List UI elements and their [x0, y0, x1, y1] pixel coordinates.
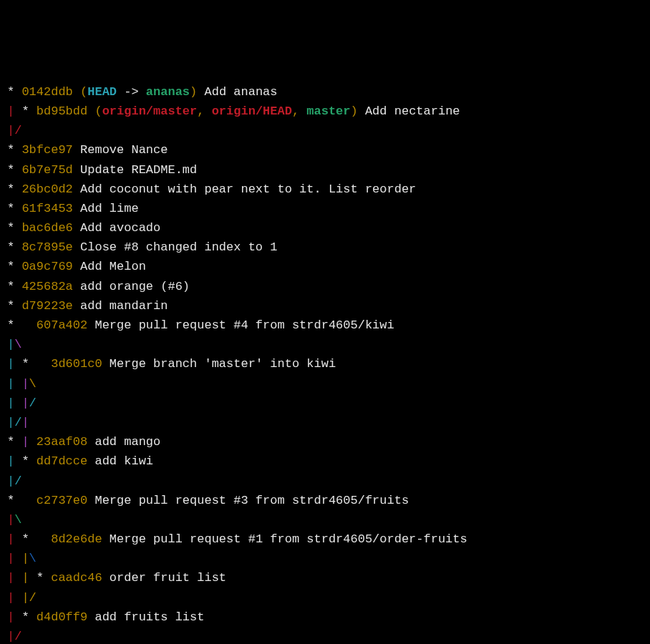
graph-edge: | — [7, 532, 21, 546]
commit-line: | * bd95bdd (origin/master, origin/HEAD,… — [7, 102, 643, 121]
graph-node: * — [21, 610, 36, 624]
graph-node: * — [7, 260, 21, 273]
commit-line: * | 23aaf08 add mango — [7, 432, 643, 452]
graph-node: * — [7, 318, 37, 332]
graph-edge: | — [7, 571, 21, 585]
graph-line: | |/ — [7, 588, 643, 608]
graph-edge: | — [7, 610, 21, 624]
remote-ref: origin/HEAD — [212, 104, 292, 118]
commit-line: * 61f3453 Add lime — [7, 199, 643, 218]
graph-line: |/ — [7, 627, 643, 644]
graph-node: * — [7, 163, 21, 177]
commit-line: * 607a402 Merge pull request #4 from str… — [7, 316, 643, 335]
graph-node: * — [7, 494, 37, 507]
commit-hash: d79223e — [21, 299, 72, 313]
commit-message: Merge branch 'master' into kiwi — [110, 357, 336, 371]
commit-hash: dd7dcce — [37, 454, 87, 468]
commit-message: Close #8 changed index to 1 — [80, 240, 277, 254]
commit-hash: 3bfce97 — [21, 143, 72, 157]
commit-message: add mango — [94, 435, 160, 449]
graph-edge: | — [21, 435, 36, 449]
commit-hash: d4d0ff9 — [37, 610, 87, 624]
branch-ref: master — [306, 104, 350, 118]
commit-line: * 6b7e75d Update README.md — [7, 160, 643, 180]
graph-node: * — [14, 104, 37, 118]
commit-message: add mandarin — [80, 299, 168, 313]
commit-hash: c2737e0 — [37, 494, 87, 507]
commit-message: Merge pull request #4 from strdr4605/kiw… — [94, 318, 394, 332]
commit-line: * 0a9c769 Add Melon — [7, 257, 643, 276]
commit-message: Add coconut with pear next to it. List r… — [80, 182, 416, 196]
commit-hash: 8c7895e — [21, 240, 72, 254]
commit-message: Add lime — [80, 202, 139, 215]
graph-node: * — [37, 571, 51, 585]
graph-node: * — [7, 182, 21, 196]
commit-message: add kiwi — [94, 454, 153, 468]
commit-hash: 0142ddb — [21, 85, 72, 99]
commit-hash: 23aaf08 — [37, 435, 87, 449]
commit-hash: 8d2e6de — [51, 532, 102, 546]
graph-line: | |\ — [7, 374, 643, 394]
head-ref: HEAD — [87, 85, 117, 99]
commit-message: Merge pull request #3 from strdr4605/fru… — [94, 494, 409, 507]
remote-ref: origin/master — [102, 104, 198, 118]
graph-node: * — [21, 454, 36, 468]
graph-node: * — [7, 202, 21, 215]
commit-message: Update README.md — [80, 163, 197, 177]
commit-line: * 3bfce97 Remove Nance — [7, 140, 643, 160]
commit-line: * 26bc0d2 Add coconut with pear next to … — [7, 180, 643, 199]
branch-ref: ananas — [146, 85, 190, 99]
commit-hash: 26bc0d2 — [21, 182, 72, 196]
commit-line: | * 8d2e6de Merge pull request #1 from s… — [7, 530, 643, 549]
graph-edge: | — [7, 454, 21, 468]
commit-line: | | * caadc46 order fruit list — [7, 568, 643, 587]
graph-node: * — [7, 280, 21, 293]
commit-line: * 0142ddb (HEAD -> ananas) Add ananas — [7, 82, 643, 102]
commit-hash: 6b7e75d — [21, 163, 72, 177]
commit-message: Add avocado — [80, 221, 160, 235]
graph-node: * — [7, 435, 21, 449]
graph-line: | |\ — [7, 549, 643, 568]
commit-hash: bac6de6 — [21, 221, 72, 235]
graph-edge: | — [7, 357, 21, 371]
graph-line: |\ — [7, 510, 643, 530]
commit-message: order fruit list — [110, 571, 226, 585]
commit-message: add orange (#6) — [80, 280, 190, 293]
commit-hash: 61f3453 — [21, 202, 72, 215]
commit-line: * bac6de6 Add avocado — [7, 218, 643, 238]
graph-node: * — [7, 240, 21, 254]
commit-line: * 8c7895e Close #8 changed index to 1 — [7, 238, 643, 257]
commit-hash: 0a9c769 — [21, 260, 72, 273]
commit-hash: bd95bdd — [37, 104, 87, 118]
graph-edge: | — [7, 104, 14, 118]
commit-line: | * 3d601c0 Merge branch 'master' into k… — [7, 354, 643, 374]
graph-node: * — [7, 143, 21, 157]
graph-node: * — [21, 532, 51, 546]
git-log-graph: * 0142ddb (HEAD -> ananas) Add ananas| *… — [7, 82, 643, 644]
commit-line: * d79223e add mandarin — [7, 296, 643, 316]
commit-message: Add nectarine — [365, 104, 460, 118]
graph-line: |/| — [7, 413, 643, 432]
commit-message: add fruits list — [94, 610, 204, 624]
commit-line: | * dd7dcce add kiwi — [7, 452, 643, 471]
commit-message: Add ananas — [204, 85, 277, 99]
graph-line: |/ — [7, 472, 643, 491]
graph-line: | |/ — [7, 394, 643, 413]
graph-line: |/ — [7, 121, 643, 140]
commit-message: Add Melon — [80, 260, 146, 273]
commit-hash: caadc46 — [51, 571, 102, 585]
commit-line: | * d4d0ff9 add fruits list — [7, 608, 643, 627]
commit-hash: 3d601c0 — [51, 357, 102, 371]
commit-hash: 607a402 — [37, 318, 87, 332]
graph-node: * — [21, 357, 51, 371]
graph-node: * — [7, 221, 21, 235]
graph-node: * — [7, 85, 21, 99]
commit-hash: 425682a — [21, 280, 72, 293]
commit-message: Remove Nance — [80, 143, 168, 157]
commit-line: * c2737e0 Merge pull request #3 from str… — [7, 491, 643, 510]
graph-node: * — [7, 299, 21, 313]
graph-line: |\ — [7, 335, 643, 354]
commit-message: Merge pull request #1 from strdr4605/ord… — [110, 532, 467, 546]
graph-edge: | — [21, 571, 36, 585]
commit-line: * 425682a add orange (#6) — [7, 277, 643, 296]
